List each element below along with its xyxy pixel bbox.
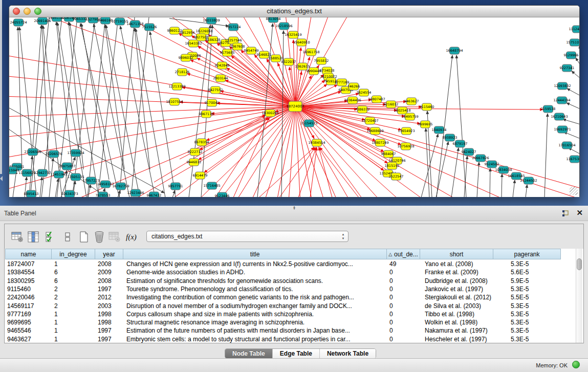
panel-divider-grip[interactable]: ▴▾: [291, 206, 297, 210]
memory-status-icon[interactable]: [572, 361, 580, 368]
column-header-pagerank[interactable]: pagerank: [493, 249, 561, 259]
graph-node[interactable]: 9123446: [215, 192, 230, 197]
graph-node[interactable]: 9170041: [205, 99, 220, 106]
collapsed-panel-strip[interactable]: [0, 0, 2, 174]
graph-node[interactable]: 11675300: [566, 156, 579, 163]
graph-node[interactable]: 8938923: [443, 134, 458, 141]
table-row[interactable]: 946362711997Embryonic stem cells: a mode…: [5, 335, 562, 343]
graph-node[interactable]: 9857791: [168, 183, 183, 190]
dropdown-stepper-icon[interactable]: ▲▼: [340, 232, 346, 240]
column-header-title[interactable]: title: [123, 249, 387, 259]
tab-node-table[interactable]: Node Table: [225, 349, 272, 358]
column-header-in-degree[interactable]: in_degree: [52, 249, 95, 259]
graph-node[interactable]: 15154575: [300, 120, 317, 127]
graph-node[interactable]: 13654923: [398, 127, 415, 135]
close-icon[interactable]: ✕: [576, 208, 583, 217]
graph-node[interactable]: 3915943: [9, 167, 19, 174]
graph-node[interactable]: 2159538: [541, 105, 556, 113]
graph-node[interactable]: 8466160: [98, 17, 113, 24]
table-row[interactable]: 969969511998Structural magnetic resonanc…: [5, 318, 562, 326]
graph-node[interactable]: 23206506: [24, 148, 41, 156]
graph-node[interactable]: 746266: [347, 83, 360, 90]
graph-node[interactable]: 9115460: [420, 103, 434, 111]
graph-node[interactable]: 10688609: [366, 127, 383, 135]
delete-column-icon[interactable]: [93, 230, 106, 244]
table-row[interactable]: 946554611997Estimation of the future num…: [5, 326, 562, 335]
graph-node[interactable]: 21244502: [520, 177, 537, 184]
network-canvas[interactable]: 9860123891295418226058982750816543382818…: [9, 17, 579, 197]
show-columns-icon[interactable]: [27, 230, 40, 244]
graph-node[interactable]: 15751074: [566, 39, 579, 46]
column-header-out-de-[interactable]: △out_de...: [387, 249, 420, 259]
graph-node[interactable]: 12942737: [34, 169, 51, 177]
graph-node[interactable]: 11124037: [569, 26, 579, 33]
graph-node[interactable]: 15640910: [293, 39, 310, 46]
graph-node[interactable]: 11156829: [18, 169, 35, 177]
table-select-dropdown[interactable]: citations_edges.txt ▲▼: [146, 231, 349, 242]
graph-node[interactable]: 9524502: [485, 161, 499, 168]
graph-node[interactable]: 18107554: [166, 98, 183, 105]
graph-node[interactable]: 10719155: [111, 18, 128, 25]
graph-node[interactable]: 2803144: [213, 75, 228, 82]
column-header-name[interactable]: name: [5, 249, 52, 259]
graph-node[interactable]: 19692971: [554, 126, 571, 133]
graph-node[interactable]: 16325419: [285, 31, 301, 38]
graph-node[interactable]: 18807249: [372, 139, 388, 146]
graph-node[interactable]: 11451945: [50, 171, 67, 178]
graph-node[interactable]: 17359924: [67, 149, 84, 157]
graph-node[interactable]: 20667826: [472, 155, 489, 162]
graph-node[interactable]: 17016504: [558, 142, 575, 149]
graph-node[interactable]: 7955812: [314, 57, 329, 64]
table-row[interactable]: 911546021997Tourette syndrome. Phenomeno…: [5, 285, 562, 293]
table-row[interactable]: 1938455462009Genome-wide association stu…: [5, 268, 562, 276]
graph-node[interactable]: 18724007: [286, 101, 304, 112]
column-header-short[interactable]: short: [420, 249, 493, 259]
table-row[interactable]: 1456911722003Disruption of a novel membe…: [5, 302, 562, 310]
network-window-titlebar[interactable]: citations_edges.txt: [9, 6, 579, 17]
graph-node[interactable]: 19218596: [275, 23, 292, 30]
column-header-year[interactable]: year: [95, 249, 123, 259]
graph-node[interactable]: 9446812: [187, 159, 202, 166]
graph-node[interactable]: 2718126: [175, 69, 190, 76]
graph-node[interactable]: 9129966: [564, 52, 579, 59]
graph-node[interactable]: 12444194: [553, 97, 570, 104]
table-row[interactable]: 1830029562008Estimation of significance …: [5, 277, 562, 285]
graph-node[interactable]: 8322037: [281, 58, 296, 65]
graph-node[interactable]: 9227341: [560, 64, 575, 72]
graph-node[interactable]: 15720407: [361, 117, 378, 124]
function-builder-icon[interactable]: f(x): [125, 230, 138, 244]
graph-node[interactable]: 9699695: [418, 121, 433, 128]
tab-edge-table[interactable]: Edge Table: [272, 349, 319, 358]
graph-node[interactable]: 24055724: [10, 19, 27, 26]
graph-node[interactable]: 16961758: [302, 49, 319, 56]
select-all-icon[interactable]: [44, 230, 57, 244]
graph-node[interactable]: 10975887: [58, 163, 75, 170]
graph-node[interactable]: 1815192: [385, 162, 400, 169]
graph-node[interactable]: 10756928: [397, 143, 414, 150]
graph-node[interactable]: 13505135: [67, 173, 84, 181]
graph-node[interactable]: 16210643: [551, 113, 568, 120]
float-window-icon[interactable]: [561, 209, 570, 217]
table-row[interactable]: 2242004622012Investigating the contribut…: [5, 293, 562, 301]
graph-node[interactable]: 9884067: [381, 150, 396, 158]
graph-node[interactable]: 16648794: [446, 47, 463, 54]
graph-node[interactable]: 7515526: [142, 24, 157, 31]
network-view-window[interactable]: citations_edges.txt 98601238912954182260…: [9, 5, 580, 197]
graph-node[interactable]: 12213389: [168, 83, 185, 90]
scrollbar-thumb[interactable]: [577, 258, 582, 270]
graph-node[interactable]: 2522547: [389, 173, 404, 180]
new-column-icon[interactable]: [77, 230, 91, 244]
graph-node[interactable]: 18495759: [401, 113, 418, 120]
graph-node[interactable]: 19384554: [308, 139, 325, 146]
graph-node[interactable]: 6914479: [193, 172, 208, 179]
tab-network-table[interactable]: Network Table: [319, 349, 376, 358]
window-resize-grip[interactable]: [570, 187, 578, 195]
graph-node[interactable]: 3624554: [357, 89, 372, 96]
node-table[interactable]: namein_degreeyeartitle△out_de...shortpag…: [5, 249, 583, 343]
citation-graph[interactable]: 9860123891295418226058982750816543382818…: [9, 17, 579, 197]
graph-node[interactable]: 9467432: [147, 192, 162, 197]
graph-node[interactable]: 8678354: [194, 139, 209, 146]
row-height-icon[interactable]: [61, 230, 74, 244]
graph-node[interactable]: 6879197: [453, 140, 468, 147]
table-scrollbar[interactable]: [576, 249, 582, 343]
